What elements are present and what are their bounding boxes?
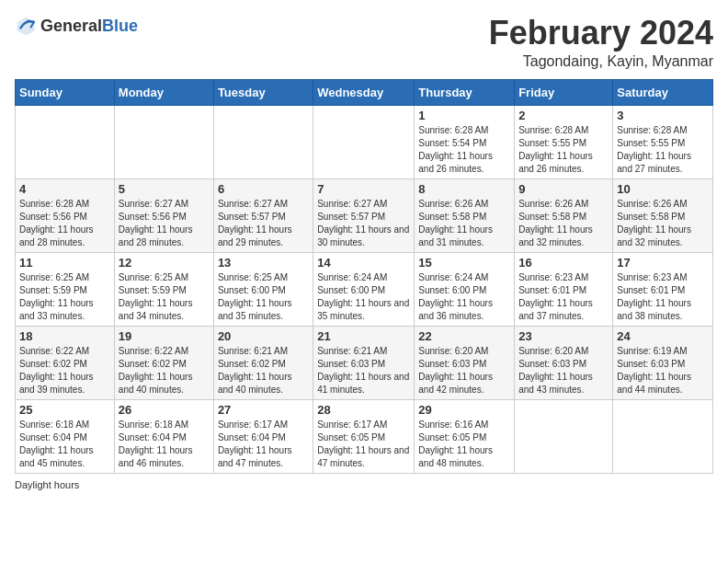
day-cell: 3Sunrise: 6:28 AMSunset: 5:55 PMDaylight… <box>613 105 713 178</box>
day-number: 23 <box>518 329 609 343</box>
day-number: 2 <box>518 109 609 122</box>
logo-text: GeneralBlue <box>40 17 138 36</box>
week-row-4: 18Sunrise: 6:22 AMSunset: 6:02 PMDayligh… <box>16 326 713 399</box>
day-cell <box>613 399 713 473</box>
day-number: 24 <box>617 329 709 343</box>
day-info: Sunrise: 6:28 AMSunset: 5:55 PMDaylight:… <box>617 124 709 176</box>
day-number: 28 <box>317 403 410 417</box>
day-cell <box>114 105 213 178</box>
day-number: 10 <box>617 182 709 196</box>
day-info: Sunrise: 6:16 AMSunset: 6:05 PMDaylight:… <box>418 419 510 470</box>
day-number: 6 <box>218 182 309 196</box>
day-cell: 14Sunrise: 6:24 AMSunset: 6:00 PMDayligh… <box>313 252 415 326</box>
day-cell: 28Sunrise: 6:17 AMSunset: 6:05 PMDayligh… <box>313 399 415 473</box>
month-title: February 2024 <box>489 15 713 52</box>
day-header-monday: Monday <box>114 79 213 105</box>
title-area: February 2024 Tagondaing, Kayin, Myanmar <box>489 15 713 70</box>
day-number: 26 <box>119 403 210 417</box>
footer-note: Daylight hours <box>15 479 713 490</box>
day-header-tuesday: Tuesday <box>213 79 313 105</box>
day-info: Sunrise: 6:23 AMSunset: 6:01 PMDaylight:… <box>617 271 709 323</box>
week-row-2: 4Sunrise: 6:28 AMSunset: 5:56 PMDaylight… <box>16 178 713 252</box>
logo-general: General <box>40 17 102 35</box>
day-header-friday: Friday <box>515 79 613 105</box>
day-cell: 6Sunrise: 6:27 AMSunset: 5:57 PMDaylight… <box>213 178 313 252</box>
header: GeneralBlue February 2024 Tagondaing, Ka… <box>15 15 713 70</box>
day-number: 12 <box>119 256 210 270</box>
day-number: 8 <box>418 182 510 196</box>
day-cell: 19Sunrise: 6:22 AMSunset: 6:02 PMDayligh… <box>114 326 213 399</box>
day-info: Sunrise: 6:18 AMSunset: 6:04 PMDaylight:… <box>119 419 210 470</box>
day-cell: 29Sunrise: 6:16 AMSunset: 6:05 PMDayligh… <box>415 399 515 473</box>
day-cell: 8Sunrise: 6:26 AMSunset: 5:58 PMDaylight… <box>415 178 515 252</box>
day-info: Sunrise: 6:27 AMSunset: 5:57 PMDaylight:… <box>317 198 410 249</box>
week-row-3: 11Sunrise: 6:25 AMSunset: 5:59 PMDayligh… <box>16 252 713 326</box>
day-header-saturday: Saturday <box>613 79 713 105</box>
day-cell: 12Sunrise: 6:25 AMSunset: 5:59 PMDayligh… <box>114 252 213 326</box>
day-info: Sunrise: 6:21 AMSunset: 6:03 PMDaylight:… <box>317 345 410 396</box>
day-cell <box>313 105 415 178</box>
day-info: Sunrise: 6:28 AMSunset: 5:54 PMDaylight:… <box>418 124 510 176</box>
day-cell: 18Sunrise: 6:22 AMSunset: 6:02 PMDayligh… <box>16 326 115 399</box>
day-cell: 11Sunrise: 6:25 AMSunset: 5:59 PMDayligh… <box>16 252 115 326</box>
day-number: 27 <box>218 403 309 417</box>
day-cell: 26Sunrise: 6:18 AMSunset: 6:04 PMDayligh… <box>114 399 213 473</box>
day-info: Sunrise: 6:25 AMSunset: 5:59 PMDaylight:… <box>19 271 110 323</box>
day-cell: 9Sunrise: 6:26 AMSunset: 5:58 PMDaylight… <box>515 178 613 252</box>
day-number: 11 <box>19 256 110 270</box>
day-number: 4 <box>19 182 110 196</box>
day-number: 25 <box>19 403 110 417</box>
day-info: Sunrise: 6:26 AMSunset: 5:58 PMDaylight:… <box>518 198 609 249</box>
day-info: Sunrise: 6:20 AMSunset: 6:03 PMDaylight:… <box>418 345 510 396</box>
day-cell: 7Sunrise: 6:27 AMSunset: 5:57 PMDaylight… <box>313 178 415 252</box>
day-cell: 24Sunrise: 6:19 AMSunset: 6:03 PMDayligh… <box>613 326 713 399</box>
day-info: Sunrise: 6:28 AMSunset: 5:56 PMDaylight:… <box>19 198 110 249</box>
day-number: 1 <box>418 109 510 122</box>
day-number: 20 <box>218 329 309 343</box>
day-cell: 16Sunrise: 6:23 AMSunset: 6:01 PMDayligh… <box>515 252 613 326</box>
day-cell <box>213 105 313 178</box>
day-cell: 21Sunrise: 6:21 AMSunset: 6:03 PMDayligh… <box>313 326 415 399</box>
day-number: 22 <box>418 329 510 343</box>
day-info: Sunrise: 6:27 AMSunset: 5:56 PMDaylight:… <box>119 198 210 249</box>
location-title: Tagondaing, Kayin, Myanmar <box>489 53 713 70</box>
day-number: 14 <box>317 256 410 270</box>
day-info: Sunrise: 6:25 AMSunset: 5:59 PMDaylight:… <box>119 271 210 323</box>
day-cell: 27Sunrise: 6:17 AMSunset: 6:04 PMDayligh… <box>213 399 313 473</box>
day-cell <box>16 105 115 178</box>
logo-blue: Blue <box>102 17 138 35</box>
day-number: 21 <box>317 329 410 343</box>
day-cell: 5Sunrise: 6:27 AMSunset: 5:56 PMDaylight… <box>114 178 213 252</box>
day-number: 7 <box>317 182 410 196</box>
day-info: Sunrise: 6:20 AMSunset: 6:03 PMDaylight:… <box>518 345 609 396</box>
day-cell: 23Sunrise: 6:20 AMSunset: 6:03 PMDayligh… <box>515 326 613 399</box>
day-number: 29 <box>418 403 510 417</box>
day-header-wednesday: Wednesday <box>313 79 415 105</box>
day-cell: 15Sunrise: 6:24 AMSunset: 6:00 PMDayligh… <box>415 252 515 326</box>
day-cell: 4Sunrise: 6:28 AMSunset: 5:56 PMDaylight… <box>16 178 115 252</box>
day-info: Sunrise: 6:19 AMSunset: 6:03 PMDaylight:… <box>617 345 709 396</box>
header-row: SundayMondayTuesdayWednesdayThursdayFrid… <box>16 79 713 105</box>
day-number: 13 <box>218 256 309 270</box>
day-info: Sunrise: 6:17 AMSunset: 6:05 PMDaylight:… <box>317 419 410 470</box>
daylight-label: Daylight hours <box>15 479 79 490</box>
day-header-thursday: Thursday <box>415 79 515 105</box>
day-info: Sunrise: 6:21 AMSunset: 6:02 PMDaylight:… <box>218 345 309 396</box>
day-info: Sunrise: 6:24 AMSunset: 6:00 PMDaylight:… <box>418 271 510 323</box>
day-number: 16 <box>518 256 609 270</box>
day-number: 18 <box>19 329 110 343</box>
day-info: Sunrise: 6:28 AMSunset: 5:55 PMDaylight:… <box>518 124 609 176</box>
day-info: Sunrise: 6:26 AMSunset: 5:58 PMDaylight:… <box>418 198 510 249</box>
day-number: 19 <box>119 329 210 343</box>
week-row-5: 25Sunrise: 6:18 AMSunset: 6:04 PMDayligh… <box>16 399 713 473</box>
calendar-table: SundayMondayTuesdayWednesdayThursdayFrid… <box>15 79 713 474</box>
day-cell: 13Sunrise: 6:25 AMSunset: 6:00 PMDayligh… <box>213 252 313 326</box>
day-number: 9 <box>518 182 609 196</box>
day-cell: 25Sunrise: 6:18 AMSunset: 6:04 PMDayligh… <box>16 399 115 473</box>
day-cell <box>515 399 613 473</box>
day-cell: 20Sunrise: 6:21 AMSunset: 6:02 PMDayligh… <box>213 326 313 399</box>
day-info: Sunrise: 6:27 AMSunset: 5:57 PMDaylight:… <box>218 198 309 249</box>
day-cell: 17Sunrise: 6:23 AMSunset: 6:01 PMDayligh… <box>613 252 713 326</box>
day-info: Sunrise: 6:22 AMSunset: 6:02 PMDaylight:… <box>119 345 210 396</box>
day-cell: 10Sunrise: 6:26 AMSunset: 5:58 PMDayligh… <box>613 178 713 252</box>
